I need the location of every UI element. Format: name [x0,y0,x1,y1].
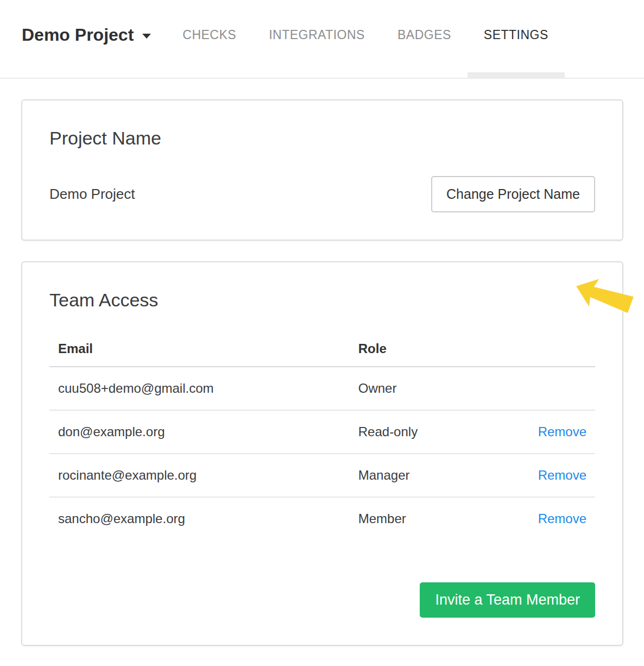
column-header-role: Role [350,341,519,367]
project-name-card-title: Project Name [49,128,595,149]
project-name-row: Demo Project Change Project Name [49,176,595,212]
member-email: cuu508+demo@gmail.com [49,367,350,410]
settings-page-content: Project Name Demo Project Change Project… [0,99,644,666]
tab-settings[interactable]: SETTINGS [468,22,565,48]
top-nav-bar: Demo Project CHECKS INTEGRATIONS BADGES … [0,0,644,79]
member-role: Member [350,497,519,540]
invite-row: Invite a Team Member [49,582,595,618]
tab-integrations[interactable]: INTEGRATIONS [252,22,381,48]
member-email: don@example.org [49,410,350,454]
member-role: Read-only [350,410,519,454]
column-header-actions [519,341,595,367]
remove-member-link[interactable]: Remove [538,468,586,482]
table-row: cuu508+demo@gmail.com Owner [49,367,595,410]
remove-member-link[interactable]: Remove [538,511,586,526]
project-switcher-label: Demo Project [22,25,134,45]
main-nav: CHECKS INTEGRATIONS BADGES SETTINGS [166,22,565,48]
team-access-card: Team Access Email Role cuu508+demo@gmail… [21,261,623,646]
top-nav-row: Demo Project CHECKS INTEGRATIONS BADGES … [0,0,644,48]
project-name-card: Project Name Demo Project Change Project… [21,99,623,241]
table-row: don@example.org Read-only Remove [49,410,595,454]
column-header-email: Email [49,341,350,367]
member-role: Manager [350,454,519,497]
table-header-row: Email Role [49,341,595,367]
member-actions: Remove [519,454,595,497]
member-email: rocinante@example.org [49,454,350,497]
team-members-table: Email Role cuu508+demo@gmail.com Owner d… [49,341,595,540]
table-row: sancho@example.org Member Remove [49,497,595,540]
change-project-name-button[interactable]: Change Project Name [431,176,595,212]
current-project-name: Demo Project [49,186,135,203]
project-switcher[interactable]: Demo Project [22,25,151,45]
team-access-card-title: Team Access [49,290,595,311]
member-actions: Remove [519,497,595,540]
member-role: Owner [350,367,519,410]
tab-badges[interactable]: BADGES [381,22,468,48]
member-email: sancho@example.org [49,497,350,540]
caret-down-icon [142,34,151,39]
member-actions [519,367,595,410]
table-row: rocinante@example.org Manager Remove [49,454,595,497]
member-actions: Remove [519,410,595,454]
remove-member-link[interactable]: Remove [538,424,586,439]
invite-team-member-button[interactable]: Invite a Team Member [420,582,595,618]
tab-checks[interactable]: CHECKS [166,22,252,48]
